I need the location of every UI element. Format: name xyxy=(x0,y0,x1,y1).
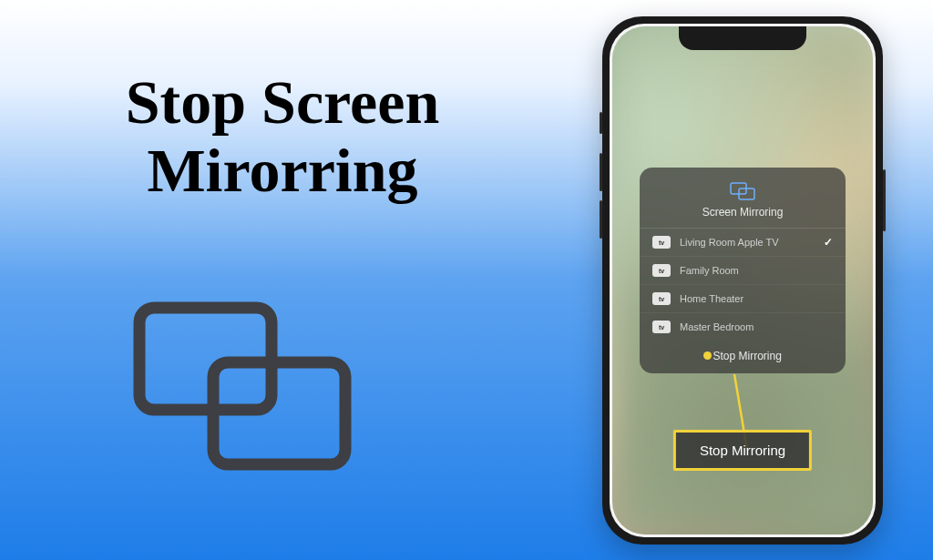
phone-notch xyxy=(679,26,806,50)
screen-mirroring-panel: Screen Mirroring tv Living Room Apple TV… xyxy=(640,168,846,373)
stop-mirroring-button[interactable]: Stop Mirroring xyxy=(640,341,846,373)
stop-mirroring-label: Stop Mirroring xyxy=(713,350,781,362)
page-headline: Stop Screen Mirorring xyxy=(55,68,510,205)
phone-silence-switch xyxy=(600,112,602,134)
headline-line-2: Mirorring xyxy=(147,136,417,205)
stop-mirroring-callout: Stop Mirroring xyxy=(673,430,812,471)
checkmark-icon: ✓ xyxy=(824,236,833,249)
phone-power-button xyxy=(883,169,886,231)
panel-title: Screen Mirroring xyxy=(651,206,835,219)
screen-mirroring-icon xyxy=(123,291,360,473)
headline-line-1: Stop Screen xyxy=(126,67,439,137)
phone-mockup: Screen Mirroring tv Living Room Apple TV… xyxy=(602,16,883,545)
screen-mirroring-panel-icon xyxy=(730,182,755,200)
apple-tv-icon: tv xyxy=(652,236,671,249)
device-row[interactable]: tv Home Theater xyxy=(640,285,846,313)
device-name-label: Home Theater xyxy=(680,293,833,304)
apple-tv-icon: tv xyxy=(652,292,671,305)
device-name-label: Family Room xyxy=(680,265,833,276)
device-name-label: Living Room Apple TV xyxy=(680,237,815,248)
apple-tv-icon: tv xyxy=(652,264,671,277)
phone-screen: Screen Mirroring tv Living Room Apple TV… xyxy=(612,26,873,535)
callout-label: Stop Mirroring xyxy=(700,443,785,458)
device-name-label: Master Bedroom xyxy=(680,321,833,332)
apple-tv-icon: tv xyxy=(652,321,671,333)
device-list: tv Living Room Apple TV ✓ tv Family Room… xyxy=(640,229,846,341)
callout-dot xyxy=(703,351,712,360)
phone-volume-down-button xyxy=(600,200,602,239)
device-row[interactable]: tv Living Room Apple TV ✓ xyxy=(640,229,846,257)
phone-volume-up-button xyxy=(600,153,602,191)
device-row[interactable]: tv Master Bedroom xyxy=(640,313,846,341)
device-row[interactable]: tv Family Room xyxy=(640,257,846,285)
